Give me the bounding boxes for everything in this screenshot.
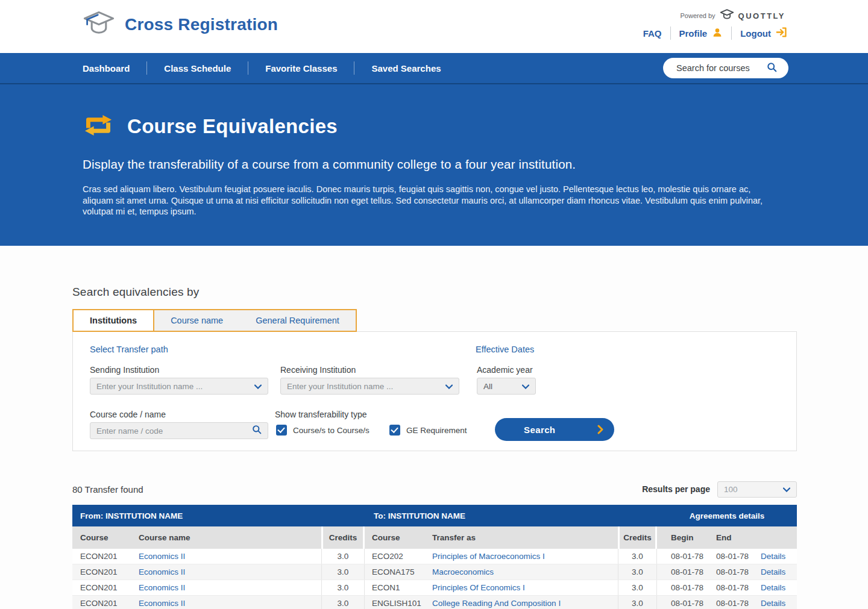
quottly-cap-icon: [719, 8, 735, 23]
checkbox-ge-requirement[interactable]: GE Requirement: [389, 425, 467, 436]
tab-general-requirement[interactable]: General Requirement: [239, 310, 356, 331]
search-form-panel: Select Transfer path Effective Dates Sen…: [72, 331, 797, 451]
powered-by: Powered by QUOTTLY: [680, 8, 785, 23]
person-icon: [712, 27, 723, 40]
nav-item-class-schedule[interactable]: Class Schedule: [164, 63, 231, 73]
course-code-box: [90, 422, 268, 439]
table-row: ECON201 Economics II 3.0 ENGLISH101 Coll…: [72, 596, 797, 609]
per-page-select[interactable]: 100: [717, 481, 797, 498]
end-date: 08-01-78: [705, 580, 753, 595]
from-course-name-link[interactable]: Economics II: [139, 552, 185, 561]
col-transfer-as: Transfer as: [432, 526, 618, 549]
transfer-path-label: Select Transfer path: [90, 345, 168, 354]
to-credits: 3.0: [618, 549, 657, 564]
search-tabs: Institutions Course name General Require…: [72, 309, 357, 332]
course-search-input[interactable]: [676, 63, 767, 73]
transfer-as-link[interactable]: College Reading And Composition I: [432, 599, 561, 608]
brand: Cross Registration: [83, 10, 278, 40]
course-search-box[interactable]: [663, 58, 788, 78]
hero-banner: Course Equivalencies Display the transfe…: [0, 84, 868, 246]
end-date: 08-01-78: [705, 549, 753, 564]
profile-link[interactable]: Profile: [679, 27, 723, 40]
sending-institution-select[interactable]: Enter your Institution name ...: [90, 378, 268, 395]
from-course-code: ECON201: [72, 596, 139, 609]
checkbox-course-to-course[interactable]: Course/s to Course/s: [276, 425, 370, 436]
table-row: ECON201 Economics II 3.0 ECO202 Principl…: [72, 549, 797, 564]
divider: [354, 61, 354, 75]
top-header: Cross Registration Powered by QUOTTLY FA…: [0, 0, 868, 53]
from-course-code: ECON201: [72, 564, 139, 579]
nav-item-saved-searches[interactable]: Saved Searches: [371, 63, 441, 73]
transfer-as-link[interactable]: Principles of Macroeconomics I: [432, 552, 545, 561]
table-row: ECON201 Economics II 3.0 ECON1 Principle…: [72, 580, 797, 596]
from-credits: 3.0: [321, 564, 365, 579]
details-link[interactable]: Details: [761, 583, 785, 592]
chevron-down-icon: [254, 381, 262, 392]
to-course-code: ECONA175: [365, 564, 432, 579]
powered-brand-label: QUOTTLY: [738, 11, 785, 20]
results-per-page: Results per page 100: [642, 481, 797, 498]
from-course-code: ECON201: [72, 580, 139, 595]
receiving-institution-select[interactable]: Enter your Institution name ...: [280, 378, 459, 395]
sending-institution-label: Sending Institution: [90, 365, 159, 375]
col-course-from: Course: [72, 526, 139, 549]
to-credits: 3.0: [618, 580, 657, 595]
page-brand-title: Cross Registration: [125, 15, 278, 34]
to-credits: 3.0: [618, 564, 657, 579]
chevron-right-icon: [597, 425, 603, 434]
nav-item-dashboard[interactable]: Dashboard: [83, 63, 130, 73]
course-code-label: Course code / name: [90, 410, 166, 419]
tab-course-name[interactable]: Course name: [154, 310, 239, 331]
col-credits-to: Credits: [618, 526, 657, 549]
search-icon[interactable]: [767, 62, 777, 75]
col-end: End: [705, 526, 753, 549]
checkbox-icon[interactable]: [276, 425, 287, 436]
begin-date: 08-01-78: [657, 580, 705, 595]
transfer-as-link[interactable]: Principles Of Economics I: [432, 583, 525, 592]
checkbox-icon[interactable]: [389, 425, 400, 436]
search-icon[interactable]: [252, 425, 262, 437]
to-credits: 3.0: [618, 596, 657, 609]
academic-year-select[interactable]: All: [477, 378, 536, 395]
course-code-input[interactable]: [96, 426, 252, 436]
details-link[interactable]: Details: [761, 552, 785, 561]
details-link[interactable]: Details: [761, 567, 785, 576]
begin-date: 08-01-78: [657, 596, 705, 609]
end-date: 08-01-78: [705, 564, 753, 579]
col-begin: Begin: [657, 526, 705, 549]
col-course-to: Course: [365, 526, 432, 549]
from-credits: 3.0: [321, 580, 365, 595]
chevron-down-icon: [783, 484, 790, 495]
col-credits-from: Credits: [321, 526, 365, 549]
details-link[interactable]: Details: [761, 599, 785, 608]
from-credits: 3.0: [321, 549, 365, 564]
from-course-name-link[interactable]: Economics II: [139, 599, 185, 608]
results-bar: 80 Transfer found Results per page 100: [72, 481, 797, 498]
table-body: ECON201 Economics II 3.0 ECO202 Principl…: [72, 549, 797, 609]
table-column-headers: Course Course name Credits Course Transf…: [72, 526, 797, 549]
tab-institutions[interactable]: Institutions: [74, 310, 154, 331]
hero-description: Cras sed aliquam libero. Vestibulum feug…: [83, 184, 782, 217]
from-course-name-link[interactable]: Economics II: [139, 583, 185, 592]
to-course-code: ECO202: [365, 549, 432, 564]
from-credits: 3.0: [321, 596, 365, 609]
col-details: [753, 526, 797, 549]
chevron-down-icon: [445, 381, 453, 392]
logout-link[interactable]: Logout: [740, 27, 787, 39]
nav-item-favorite-classes[interactable]: Favorite Classes: [265, 63, 337, 73]
transfer-arrows-icon: [83, 111, 114, 142]
transferability-type-label: Show transferability type: [275, 410, 367, 419]
from-institution-header: From: INSTITUTION NAME: [72, 511, 365, 520]
per-page-label: Results per page: [642, 484, 710, 494]
col-course-name: Course name: [139, 526, 321, 549]
divider: [248, 61, 248, 75]
faq-link[interactable]: FAQ: [643, 28, 662, 39]
to-course-code: ECON1: [365, 580, 432, 595]
transfer-as-link[interactable]: Macroeconomics: [432, 567, 494, 576]
end-date: 08-01-78: [705, 596, 753, 609]
agreements-details-header: Agreements details: [657, 511, 797, 520]
search-button[interactable]: Search: [495, 418, 614, 441]
table-row: ECON201 Economics II 3.0 ECONA175 Macroe…: [72, 564, 797, 580]
from-course-name-link[interactable]: Economics II: [139, 567, 185, 576]
search-section-heading: Search equivalencies by: [72, 286, 797, 299]
